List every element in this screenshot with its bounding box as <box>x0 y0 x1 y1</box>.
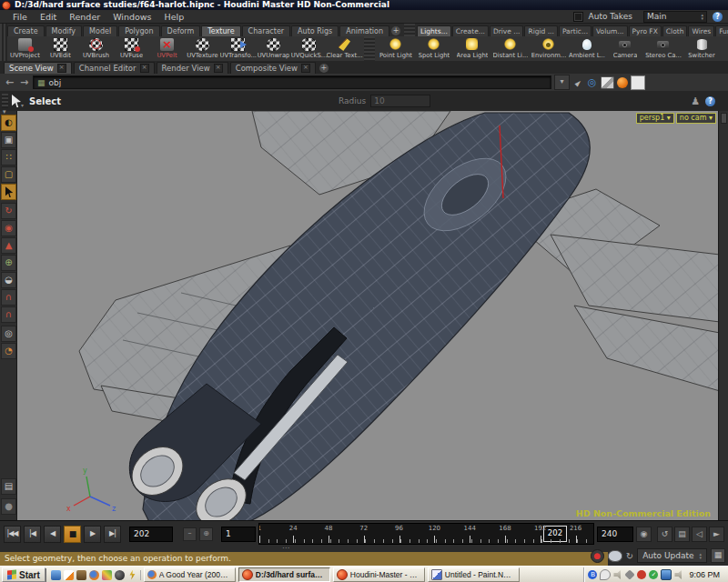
object-pick-button[interactable]: ▣ <box>1 132 16 148</box>
nav-forward-icon[interactable]: → <box>18 76 30 88</box>
camera-menu[interactable]: no cam ▾ <box>676 113 716 124</box>
pane-tab-composite-view[interactable]: Composite View× <box>230 62 316 74</box>
sphere-app-icon[interactable] <box>115 570 125 580</box>
tool-uvfuse[interactable]: UVFuse <box>114 38 149 59</box>
tool-uvedit[interactable]: UVEdit <box>43 38 78 59</box>
material-tool-button[interactable]: ◔ <box>1 343 16 359</box>
menu-file[interactable]: File <box>7 12 33 22</box>
material-sphere-icon[interactable] <box>617 77 628 88</box>
shelf-tab-drive[interactable]: Drive ... <box>490 25 524 36</box>
menu-windows[interactable]: Windows <box>107 12 157 22</box>
tools-set-divider[interactable] <box>364 36 375 61</box>
tool-distantlight[interactable]: Distant Li... <box>491 38 530 59</box>
messenger-icon[interactable] <box>600 569 611 580</box>
notes-tool-button[interactable]: ▤ <box>1 478 16 495</box>
speaker-icon[interactable] <box>674 570 683 579</box>
export-channels-icon[interactable]: ▤ <box>674 527 690 542</box>
help-icon[interactable]: ? <box>713 12 723 22</box>
shelf-tab-lights[interactable]: Lights... <box>417 25 451 36</box>
select-tool-button[interactable] <box>1 184 16 200</box>
close-tab-icon[interactable]: × <box>57 64 66 73</box>
shelf-tab-autorigs[interactable]: Auto Rigs <box>291 25 339 36</box>
stop-button[interactable]: ■ <box>64 526 81 543</box>
menu-edit[interactable]: Edit <box>35 12 62 22</box>
close-tab-icon[interactable]: × <box>301 64 310 73</box>
tool-uvbrush[interactable]: UVBrush <box>78 38 114 59</box>
shelf-grip[interactable] <box>0 24 7 36</box>
antivirus-icon[interactable]: ✓ <box>649 570 658 579</box>
shelf-tab-model[interactable]: Model <box>83 25 117 36</box>
range-end-field[interactable]: 240 <box>597 527 633 542</box>
winamp-icon[interactable] <box>127 570 137 580</box>
gear-tool-button[interactable]: ◎ <box>1 326 16 342</box>
color-swatch[interactable] <box>631 75 645 90</box>
shelf-tab-volumes[interactable]: Volum... <box>592 25 627 36</box>
shelf-tab-cloth[interactable]: Cloth <box>662 25 688 36</box>
rotate-tool-button[interactable]: ◉ <box>1 220 16 236</box>
opbar-grip[interactable] <box>2 94 8 108</box>
folder-app-icon[interactable] <box>76 570 86 580</box>
shelf-tab-rigid[interactable]: Rigid ... <box>524 25 557 36</box>
range-slider-icon[interactable]: – <box>183 527 197 541</box>
pose-tool-button[interactable]: ⊕ <box>1 255 16 271</box>
shelf-tab-texture[interactable]: Texture <box>201 25 240 36</box>
diamond-tray-icon[interactable] <box>625 569 635 579</box>
pane-tab-channel-editor[interactable]: Channel Editor× <box>74 62 155 74</box>
tool-uvtexture[interactable]: UVTexture <box>185 38 220 59</box>
select-caret-icon[interactable]: ▾ <box>21 102 24 108</box>
geometry-cube-icon[interactable] <box>601 76 614 89</box>
refresh-icon[interactable]: ↻ <box>626 551 633 561</box>
auto-update-dropdown[interactable]: Auto Update ▴▾ <box>637 548 707 563</box>
tool-uvunwrap[interactable]: UVUnwrap <box>256 38 291 59</box>
tool-switcher[interactable]: Switcher <box>682 38 721 59</box>
shelf-tools-grip[interactable] <box>0 36 7 61</box>
translate-tool-button[interactable]: ↻ <box>1 203 16 219</box>
show-desktop-icon[interactable] <box>51 570 61 580</box>
bluetooth-icon[interactable]: B <box>588 570 597 579</box>
tool-uvtransform[interactable]: UVTransfo... <box>220 38 256 59</box>
play-reverse-button[interactable]: ◀ <box>44 526 61 543</box>
pin-icon[interactable]: ► <box>571 75 585 90</box>
sphere-tool-button[interactable]: ● <box>1 498 16 515</box>
menu-help[interactable]: Help <box>159 12 190 22</box>
radius-field[interactable]: 10 <box>370 95 430 107</box>
range-start-field[interactable]: 1 <box>221 527 256 542</box>
perspective-menu[interactable]: persp1 ▾ <box>636 113 674 124</box>
shelf-tab-wires[interactable]: Wires <box>688 25 714 36</box>
playhead[interactable]: 202 <box>543 526 567 542</box>
timeline-ruler[interactable]: 202 124487296120144168192216 <box>258 523 594 545</box>
link-target-icon[interactable]: ◎ <box>586 76 598 88</box>
tool-uvpelt[interactable]: UVPelt <box>149 38 185 59</box>
tool-stereocamera[interactable]: Stereo Ca... <box>644 38 682 59</box>
pane-tab-render-view[interactable]: Render View× <box>157 62 228 74</box>
tool-spotlight[interactable]: Spot Light <box>415 38 453 59</box>
scale-tool-button[interactable]: ▲ <box>1 237 16 254</box>
show-handles-icon[interactable]: ♟ <box>691 95 700 107</box>
memory-panel-icon[interactable]: ▦ <box>711 548 725 563</box>
shelf-tab-polygon[interactable]: Polygon <box>118 25 159 36</box>
task-firefox[interactable]: A Good Year (2006) - So... <box>144 567 236 582</box>
paint-doc-icon[interactable] <box>64 570 74 580</box>
play-button[interactable]: ▶ <box>84 526 101 543</box>
scene-viewport[interactable]: x y z persp1 ▾ no cam ▾ HD Non-Commercia… <box>17 111 718 520</box>
menu-render[interactable]: Render <box>64 12 106 22</box>
take-selector[interactable]: Main ▴▾ <box>643 11 707 23</box>
tool-uvproject[interactable]: UVProject <box>7 38 43 59</box>
firefox-quicklaunch-icon[interactable] <box>89 570 99 580</box>
next-frame-button[interactable]: ▶| <box>104 526 121 543</box>
point-pick-button[interactable]: ∷ <box>1 149 16 166</box>
task-houdini-main[interactable]: D:/3d/hard surface st... <box>238 567 330 582</box>
view-tool-button[interactable]: ◐ <box>1 115 16 131</box>
tool-pointlight[interactable]: Point Light <box>377 38 415 59</box>
snap-tool-button[interactable]: ∩ <box>1 289 16 306</box>
task-paintnet[interactable]: Untitled - Paint.NET v3.36 <box>428 567 520 582</box>
tool-camera[interactable]: Camera <box>606 38 644 59</box>
scrub-options-icon[interactable]: ► <box>709 527 724 542</box>
close-tab-icon[interactable]: × <box>140 64 149 73</box>
task-houdini-floating[interactable]: Houdini-Master - Floating... <box>333 567 425 582</box>
path-dropdown-icon[interactable]: ▾ <box>554 75 570 90</box>
volume-icon[interactable] <box>613 570 622 579</box>
alert-tray-icon[interactable] <box>637 570 646 579</box>
close-tab-icon[interactable]: × <box>214 64 223 73</box>
add-pane-tab-icon[interactable]: + <box>319 64 329 73</box>
